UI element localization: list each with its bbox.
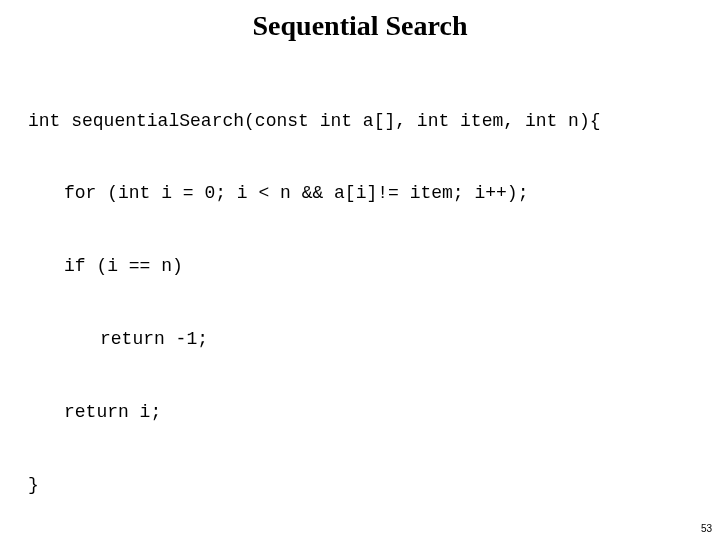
slide-title: Sequential Search bbox=[28, 10, 692, 42]
code-line: for (int i = 0; i < n && a[i]!= item; i+… bbox=[28, 181, 692, 205]
code-line: return i; bbox=[28, 400, 692, 424]
code-line: if (i == n) bbox=[28, 254, 692, 278]
page-number: 53 bbox=[701, 523, 712, 534]
code-line: return -1; bbox=[28, 327, 692, 351]
code-line: } bbox=[28, 473, 692, 497]
code-line: int sequentialSearch(const int a[], int … bbox=[28, 109, 692, 133]
code-block: int sequentialSearch(const int a[], int … bbox=[28, 60, 692, 540]
slide: Sequential Search int sequentialSearch(c… bbox=[0, 0, 720, 540]
